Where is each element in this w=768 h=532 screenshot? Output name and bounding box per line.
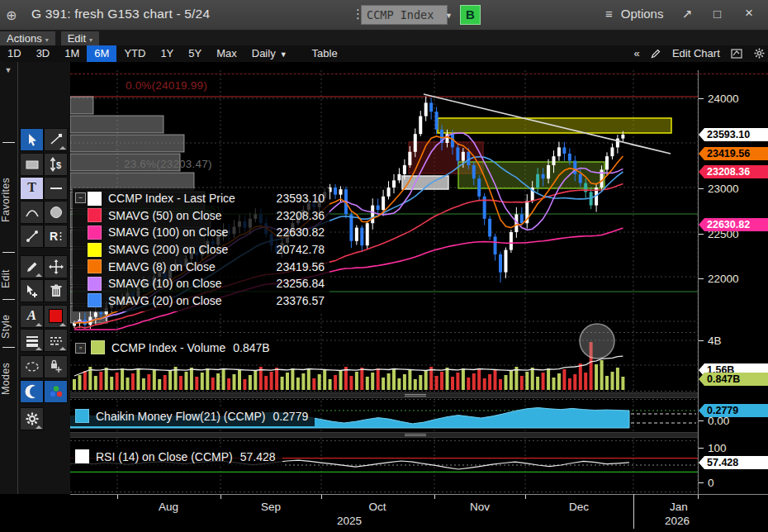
- year-separator: [633, 494, 634, 529]
- series-value: 23419.56: [277, 260, 325, 273]
- rectangle-icon: [24, 156, 40, 173]
- month-label: Sep: [261, 501, 281, 513]
- axis-value-tag: 0.847B: [699, 373, 768, 386]
- regression-icon: R: [48, 228, 64, 245]
- tool-rectangle[interactable]: [20, 153, 44, 176]
- title-bar: ⊕ G 391: fresh G153 chart - 5/24 ⋮ CCMP …: [0, 0, 768, 31]
- tool-lasso[interactable]: [20, 355, 44, 378]
- drawing-toolbar: ▼ FavoritesEditStyleModes $TRA: [0, 62, 70, 532]
- horizontal-line-icon: [48, 180, 64, 197]
- tab-period-max[interactable]: Max: [209, 45, 244, 62]
- tool-ellipse[interactable]: [44, 201, 68, 224]
- trash-icon: [48, 283, 64, 299]
- toolbar-group-style: Style: [0, 304, 17, 349]
- tab-period-6m[interactable]: 6M: [87, 45, 116, 62]
- tool-color-swatch[interactable]: [44, 305, 68, 328]
- segment-icon: [24, 228, 40, 245]
- series-name: CCMP Index - Last Price: [108, 192, 277, 205]
- time-tick: [698, 495, 699, 499]
- cursor-add-icon: [24, 283, 40, 299]
- series-name: EMAVG (8) on Close: [108, 260, 277, 273]
- svg-text:$: $: [56, 160, 61, 170]
- series-name: SMAVG (50) on Close: [108, 209, 277, 222]
- tab-period-1y[interactable]: 1Y: [153, 45, 181, 62]
- tool-font-style[interactable]: A: [20, 305, 44, 328]
- menu-bar: Actions▾Edit▾: [0, 31, 768, 45]
- tool-regression[interactable]: R: [44, 225, 68, 248]
- tool-price-label[interactable]: $: [44, 153, 68, 176]
- splitter-grip[interactable]: [405, 394, 426, 397]
- options-menu[interactable]: ≡Options: [605, 7, 663, 21]
- time-tick: [525, 495, 526, 499]
- tab-table[interactable]: Table: [305, 45, 345, 62]
- rsi-legend: RSI (14) on Close (CCMP)57.428: [70, 447, 282, 467]
- price-label-icon: $: [48, 156, 64, 173]
- splitter-grip[interactable]: [405, 434, 426, 436]
- time-tick: [434, 495, 435, 499]
- price-axis[interactable]: 2400023000225002200023593.1023419.562320…: [698, 70, 768, 494]
- month-label: Dec: [569, 501, 589, 513]
- axis-tick-label: 4B: [708, 335, 722, 347]
- tool-line-style[interactable]: [20, 329, 44, 352]
- tool-text[interactable]: T: [20, 177, 44, 200]
- tool-dash-style[interactable]: [44, 329, 68, 352]
- bloomberg-chart-window: ⊕ G 391: fresh G153 chart - 5/24 ⋮ CCMP …: [0, 0, 768, 532]
- tab-frequency[interactable]: Daily▼: [244, 45, 295, 62]
- series-value: 23593.10: [277, 192, 325, 205]
- popout-button[interactable]: ↗: [682, 7, 693, 21]
- fib-label: 0.0%(24019.99): [126, 79, 207, 92]
- edit-chart-button[interactable]: Edit Chart: [651, 47, 719, 59]
- tool-cursor[interactable]: [20, 128, 44, 151]
- tool-rgb-dots[interactable]: [44, 380, 68, 403]
- group-separator: [2, 347, 15, 348]
- tool-horizontal-line[interactable]: [44, 177, 68, 200]
- tool-crescent[interactable]: [20, 380, 44, 403]
- settings-gear-icon[interactable]: [754, 47, 765, 59]
- tab-period-ytd[interactable]: YTD: [116, 45, 153, 62]
- tool-anchor-lock[interactable]: [44, 355, 68, 378]
- series-name: SMAVG (100) on Close: [108, 226, 277, 239]
- collapse-panel-icon[interactable]: «: [633, 47, 639, 59]
- annotate-icon[interactable]: [731, 47, 742, 59]
- menu-actions[interactable]: Actions▾: [0, 31, 55, 46]
- tab-period-5y[interactable]: 5Y: [181, 45, 209, 62]
- rsi-swatch: [75, 449, 89, 463]
- volume-collapse-icon[interactable]: ▫: [75, 343, 86, 354]
- month-label: Oct: [368, 501, 386, 513]
- group-separator: [2, 299, 15, 300]
- tab-period-1d[interactable]: 1D: [0, 45, 29, 62]
- tool-segment[interactable]: [20, 225, 44, 248]
- tool-move[interactable]: [44, 255, 68, 278]
- maximize-button[interactable]: □: [713, 7, 721, 21]
- time-axis[interactable]: AugSepOctNovDecJan20252026: [0, 494, 768, 532]
- tab-period-3d[interactable]: 3D: [29, 45, 58, 62]
- series-value: 23208.36: [277, 209, 325, 222]
- tool-arc[interactable]: [20, 201, 44, 224]
- time-tick: [321, 495, 322, 499]
- tab-period-1m[interactable]: 1M: [57, 45, 87, 62]
- tool-cursor-add[interactable]: [20, 279, 44, 302]
- axis-tick-label: 23000: [708, 183, 739, 195]
- menu-edit[interactable]: Edit▾: [61, 31, 99, 46]
- drag-handle-icon[interactable]: ⊕: [6, 7, 17, 23]
- axis-value-tag: 23593.10: [699, 128, 768, 141]
- panel-splitter[interactable]: [70, 392, 698, 398]
- b-badge-button[interactable]: B: [460, 5, 481, 25]
- close-button[interactable]: ×: [745, 5, 753, 21]
- tool-gear[interactable]: [20, 407, 44, 430]
- tool-trendline[interactable]: [44, 128, 68, 151]
- axis-tick: [699, 278, 704, 279]
- series-name: SMAVG (10) on Close: [108, 277, 277, 290]
- axis-value-tag: 22630.82: [699, 218, 768, 231]
- axis-tick-label: 22000: [708, 273, 739, 285]
- legend-row: CCMP Index - Last Price23593.10: [76, 190, 325, 207]
- security-dropdown-icon[interactable]: ▼: [445, 12, 453, 20]
- month-label: Jan: [670, 501, 688, 513]
- legend-collapse-icon[interactable]: −: [75, 192, 86, 203]
- panel-splitter[interactable]: [70, 432, 698, 438]
- security-input[interactable]: CCMP Index: [361, 5, 448, 25]
- tool-pencil[interactable]: [20, 255, 44, 278]
- tool-trash[interactable]: [44, 279, 68, 302]
- axis-tick: [699, 340, 704, 341]
- cursor-icon: [24, 131, 40, 148]
